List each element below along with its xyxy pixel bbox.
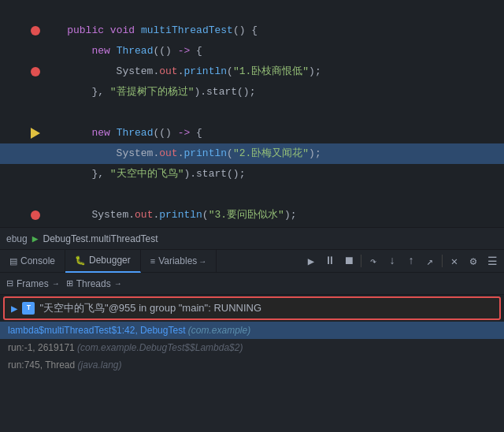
run-arrow-icon: ▶ <box>11 302 17 315</box>
thread-icon: T <box>22 302 35 315</box>
line-indicator <box>28 128 43 139</box>
toolbar-run-to-cursor-btn[interactable]: ↗ <box>421 252 439 270</box>
debug-title: DebugTest.multiThreadTest <box>43 233 158 244</box>
frames-arrow-icon: → <box>52 279 60 288</box>
code-line-1: public void multiThreadTest() { <box>0 20 504 41</box>
app-window: public void multiThreadTest() { new Thre… <box>0 0 504 432</box>
code-line-9 <box>0 184 504 205</box>
code-line-4: }, "菩提树下的杨过").start(); <box>0 82 504 102</box>
code-text: System.out.println("2.卧梅又闻花"); <box>43 143 504 164</box>
code-line-5 <box>0 102 504 123</box>
toolbar-stop-btn[interactable]: ⏹ <box>340 252 358 270</box>
code-text: System.out.println("1.卧枝商恨低"); <box>43 61 504 82</box>
breakpoint-icon <box>31 26 40 35</box>
code-text: public void multiThreadTest() { <box>43 20 504 41</box>
breakpoint-icon <box>31 210 40 220</box>
frames-threads-bar: ⊟ Frames → ⊞ Threads → <box>0 273 504 295</box>
tab-bar: ▤ Console 🐛 Debugger ≡ Variables → ▶ ⏸ ⏹… <box>0 249 504 273</box>
tab-console[interactable]: ▤ Console <box>0 249 65 273</box>
toolbar-step-into-btn[interactable]: ↓ <box>384 252 401 270</box>
code-line-2: new Thread(() -> { <box>0 41 504 61</box>
frames-selector[interactable]: ⊟ Frames → <box>6 278 60 289</box>
toolbar-pause-btn[interactable]: ⏸ <box>321 252 339 270</box>
debug-panel: ebug ▶ DebugTest.multiThreadTest ▤ Conso… <box>0 227 504 432</box>
toolbar-sep-1 <box>361 255 361 267</box>
frames-label: Frames <box>17 278 49 289</box>
tab-console-label: Console <box>20 255 55 266</box>
stack-frame-3-package: (java.lang) <box>78 359 122 371</box>
code-line-8: }, "天空中的飞鸟").start(); <box>0 164 504 184</box>
debug-label: ebug <box>6 233 28 244</box>
code-line-10: System.out.println("3.要问卧似水"); <box>0 205 504 225</box>
tab-debugger[interactable]: 🐛 Debugger <box>65 249 141 273</box>
thread-running-text: "天空中的飞鸟"@955 in group "main": RUNNING <box>39 301 261 315</box>
threads-arrow-icon: → <box>114 279 122 288</box>
stack-frame-1-package: (com.example) <box>188 325 250 336</box>
breakpoint-icon <box>31 67 40 76</box>
toolbar-step-over-btn[interactable]: ↷ <box>365 252 382 270</box>
stack-frames-list: lambda$multiThreadTest$1:42, DebugTest (… <box>0 322 504 432</box>
thread-running-item[interactable]: ▶ T "天空中的飞鸟"@955 in group "main": RUNNIN… <box>3 296 501 320</box>
thread-running-container: ▶ T "天空中的飞鸟"@955 in group "main": RUNNIN… <box>0 295 504 322</box>
threads-label: Threads <box>76 278 111 289</box>
line-indicator <box>28 67 43 76</box>
toolbar-step-out-btn[interactable]: ↑ <box>402 252 420 270</box>
stack-frame-2-package: (com.example.DebugTest$$Lambda$2) <box>77 342 243 353</box>
toolbar-evaluate-btn[interactable]: ✕ <box>446 252 463 270</box>
debug-header-bar: ebug ▶ DebugTest.multiThreadTest <box>0 227 504 249</box>
tab-variables[interactable]: ≡ Variables → <box>141 249 217 273</box>
code-line-7: System.out.println("2.卧梅又闻花"); <box>0 143 504 164</box>
stack-frame-2-text: run:-1, 2619171 <box>8 342 77 353</box>
toolbar-resume-btn[interactable]: ▶ <box>302 252 320 270</box>
stack-frame-1[interactable]: lambda$multiThreadTest$1:42, DebugTest (… <box>0 322 504 339</box>
debug-icon: ▶ <box>32 233 39 245</box>
stack-frame-3[interactable]: run:745, Thread (java.lang) <box>0 356 504 374</box>
stack-frame-2[interactable]: run:-1, 2619171 (com.example.DebugTest$$… <box>0 339 504 356</box>
code-text: new Thread(() -> { <box>43 41 504 61</box>
code-line-3: System.out.println("1.卧枝商恨低"); <box>0 61 504 82</box>
frames-icon: ⊟ <box>6 278 13 289</box>
debugger-icon: 🐛 <box>75 255 86 266</box>
stack-frame-3-text: run:745, Thread <box>8 359 78 371</box>
code-text: System.out.println("3.要问卧似水"); <box>43 205 504 225</box>
tab-debugger-label: Debugger <box>89 255 131 266</box>
threads-icon: ⊞ <box>66 278 73 289</box>
console-icon: ▤ <box>9 256 17 266</box>
threads-selector[interactable]: ⊞ Threads → <box>66 278 122 289</box>
code-editor: public void multiThreadTest() { new Thre… <box>0 0 504 229</box>
toolbar-sep-2 <box>442 255 443 267</box>
line-indicator <box>28 26 43 35</box>
variables-icon: ≡ <box>150 256 155 266</box>
code-line-6: new Thread(() -> { <box>0 123 504 143</box>
tab-variables-label: Variables <box>158 255 197 266</box>
toolbar-more-btn[interactable]: ☰ <box>484 252 501 270</box>
stack-frame-1-text: lambda$multiThreadTest$1:42, DebugTest <box>8 325 188 336</box>
line-indicator <box>28 210 43 220</box>
code-line-0 <box>0 0 504 20</box>
code-text: }, "天空中的飞鸟").start(); <box>43 164 504 184</box>
variables-arrow: → <box>198 257 206 266</box>
toolbar-settings-btn[interactable]: ⚙ <box>465 252 482 270</box>
breakpoint-arrow-icon <box>31 128 40 139</box>
code-text: }, "菩提树下的杨过").start(); <box>43 82 504 102</box>
code-text: new Thread(() -> { <box>43 123 504 143</box>
